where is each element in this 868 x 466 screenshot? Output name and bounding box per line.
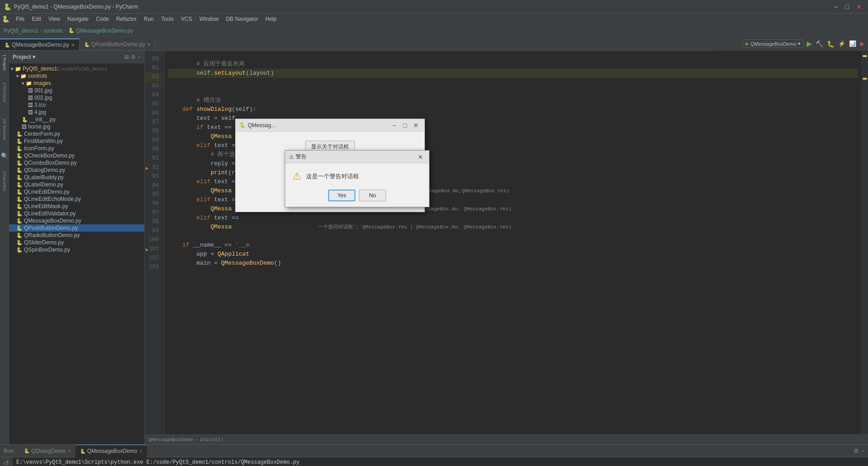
run-tab-qdialog[interactable]: 🐍 QDialogDemo ✕ bbox=[19, 445, 75, 457]
tree-002jpg[interactable]: 🖼 002.jpg bbox=[9, 94, 144, 101]
run-tab-qdialog-icon: 🐍 bbox=[24, 448, 29, 453]
tree-qlineeditvali-label: QLineEditValidator.py bbox=[24, 210, 76, 217]
file-tree: ▾ 📁 PyQt5_demo1 E:\code\PyQt5_demo1 ▾ 📁 … bbox=[9, 63, 144, 444]
tree-qcheckbox[interactable]: 🐍 QCheckBoxDemo.py bbox=[9, 152, 144, 159]
tab-close-qpushbutton[interactable]: ✕ bbox=[147, 42, 151, 47]
menu-refactor[interactable]: Refactor bbox=[113, 15, 140, 23]
tree-4jpg[interactable]: 🖼 4.jpg bbox=[9, 109, 144, 116]
tree-3ico-label: 3.ico bbox=[34, 102, 46, 108]
run-config-dropdown[interactable]: ▶ QMessageBoxDemo ▾ bbox=[742, 39, 804, 48]
tree-horsejpg[interactable]: 🖼 horse.jpg bbox=[9, 123, 144, 130]
sidebar-icon-structure[interactable]: 2:Structure bbox=[1, 81, 8, 104]
tree-iconform[interactable]: 🐍 IconForm.py bbox=[9, 145, 144, 152]
code-line-81: # 应用于垂直布局 bbox=[168, 60, 858, 69]
menu-navigate[interactable]: Navigate bbox=[64, 15, 92, 23]
file-icon-qdialog: 🐍 bbox=[16, 167, 23, 173]
menu-view[interactable]: View bbox=[45, 15, 64, 23]
sidebar-icon-project[interactable]: 1:Project bbox=[1, 52, 8, 72]
run-panel-settings-btn[interactable]: ⚙ bbox=[854, 447, 859, 454]
run-config-label: QMessageBoxDemo bbox=[750, 41, 797, 47]
tree-init[interactable]: 🐍 __init__.py bbox=[9, 116, 144, 123]
tree-qcombobox-label: QComboBoxDemo.py bbox=[24, 160, 77, 166]
tree-qdialog[interactable]: 🐍 QDialogDemo.py bbox=[9, 166, 144, 174]
close-button[interactable]: ✕ bbox=[854, 3, 864, 10]
menu-edit[interactable]: Edit bbox=[28, 15, 45, 23]
tab-close-qmessage[interactable]: ✕ bbox=[71, 43, 75, 48]
build-button[interactable]: 🔨 bbox=[815, 40, 824, 48]
run-tab-qmessage[interactable]: 🐍 QMessageBoxDemo ✕ bbox=[75, 445, 147, 457]
menu-tools[interactable]: Tools bbox=[157, 15, 177, 23]
right-minimap[interactable] bbox=[862, 51, 868, 434]
menu-help[interactable]: Help bbox=[262, 15, 280, 23]
minimap-marker-yellow2 bbox=[863, 78, 867, 80]
sidebar-icon-dbbrowser[interactable]: DB Browser bbox=[1, 117, 8, 142]
run-tab-qmessage-close[interactable]: ✕ bbox=[139, 449, 142, 454]
tree-qmessagebox-label: QMessageBoxDemo.py bbox=[24, 218, 81, 224]
tree-qradio[interactable]: 🐍 QRadioButtonDemo.py bbox=[9, 232, 144, 239]
tree-centerform[interactable]: 🐍 CenterForm.py bbox=[9, 130, 144, 138]
code-editor[interactable]: 80 81 82 83 84 85 86 87 88 89 90 91 ▶92 … bbox=[145, 51, 868, 444]
menu-file[interactable]: File bbox=[12, 15, 28, 23]
menu-window[interactable]: Window bbox=[196, 15, 222, 23]
debug-button[interactable]: 🐛 bbox=[826, 40, 835, 48]
menu-vcs[interactable]: VCS bbox=[177, 15, 196, 23]
file-icon-qmessagebox: 🐍 bbox=[16, 218, 23, 224]
menu-db-navigator[interactable]: DB Navigator bbox=[222, 15, 262, 23]
profile-button[interactable]: 📊 bbox=[848, 40, 857, 47]
title-bar: 🐍 PyQt5_demo1 - QMessageBoxDemo.py - PyC… bbox=[0, 0, 868, 14]
sidebar-icon-bookmarks[interactable]: 2:Favorites bbox=[1, 169, 8, 193]
tree-qpushbutton[interactable]: 🐍 QPushButtonDemo.py bbox=[9, 224, 144, 232]
images-folder-icon: ▾ 📁 bbox=[22, 81, 32, 86]
project-settings-btn[interactable]: ⚙ bbox=[131, 54, 136, 60]
run-with-coverage[interactable]: ⚡ bbox=[837, 40, 846, 47]
run-tab-qdialog-close[interactable]: ✕ bbox=[67, 448, 71, 453]
tree-qlineeditecho[interactable]: 🐍 QLineEditEchoMode.py bbox=[9, 195, 144, 203]
tree-qlineeditmask[interactable]: 🐍 QLineEditMask.py bbox=[9, 203, 144, 210]
maximize-button[interactable]: □ bbox=[843, 3, 852, 10]
tree-firstmainwin[interactable]: 🐍 FirstMainWin.py bbox=[9, 138, 144, 145]
path-file[interactable]: 🐍 QMessageBoxDemo.py bbox=[68, 28, 133, 34]
code-line-80 bbox=[168, 51, 858, 60]
tree-qlabeldemo[interactable]: 🐍 QLabelDemo.py bbox=[9, 181, 144, 188]
stop-button[interactable]: ■ bbox=[859, 40, 864, 48]
file-icon-qlabelbuddy: 🐍 bbox=[16, 175, 23, 181]
tree-3ico[interactable]: 🖼 3.ico bbox=[9, 101, 144, 109]
rerun-btn[interactable]: ↺ bbox=[1, 459, 11, 466]
tree-qlabelbuddy[interactable]: 🐍 QLabelBuddy.py bbox=[9, 174, 144, 181]
tree-001jpg[interactable]: 🖼 001.jpg bbox=[9, 87, 144, 94]
py-icon: 🐍 bbox=[68, 28, 75, 33]
tab-qpushbuttondemo[interactable]: 🐍 QPushButtonDemo.py ✕ bbox=[80, 38, 156, 50]
tree-root-label: PyQt5_demo1 bbox=[23, 66, 57, 72]
file-icon-qradio: 🐍 bbox=[16, 233, 23, 238]
run-tab-qmessage-icon: 🐍 bbox=[80, 449, 85, 454]
code-content[interactable]: # 应用于垂直布局 self.setLayout(layout) # 槽方法 d… bbox=[165, 51, 862, 434]
minimize-button[interactable]: − bbox=[831, 3, 840, 10]
path-root[interactable]: PyQt5_demo1 bbox=[4, 28, 38, 34]
tree-qlineedit[interactable]: 🐍 QLineEditDemo.py bbox=[9, 188, 144, 195]
menu-code[interactable]: Code bbox=[92, 15, 113, 23]
tree-images[interactable]: ▾ 📁 images bbox=[9, 80, 144, 87]
code-line-84 bbox=[168, 87, 858, 96]
tree-qslider[interactable]: 🐍 QSliderDemo.py bbox=[9, 239, 144, 246]
file-icon-horse: 🖼 bbox=[22, 124, 27, 129]
run-content[interactable]: E:\venvs\PyQt5_demo1\Scripts\python.exe … bbox=[13, 457, 868, 466]
tree-qlineeditvali[interactable]: 🐍 QLineEditValidator.py bbox=[9, 210, 144, 217]
tree-root-path: E:\code\PyQt5_demo1 bbox=[57, 66, 108, 71]
run-exec-line: E:\venvs\PyQt5_demo1\Scripts\python.exe … bbox=[16, 459, 864, 466]
tree-qpushbutton-label: QPushButtonDemo.py bbox=[24, 225, 78, 231]
menu-run[interactable]: Run bbox=[140, 15, 157, 23]
run-panel-collapse-btn[interactable]: − bbox=[861, 447, 864, 454]
run-tabs-left: Run: 🐍 QDialogDemo ✕ 🐍 QMessageBoxDemo ✕ bbox=[2, 445, 147, 457]
tree-qcombobox[interactable]: 🐍 QComboBoxDemo.py bbox=[9, 159, 144, 166]
tree-controls[interactable]: ▾ 📁 controls bbox=[9, 72, 144, 80]
controls-folder-icon: ▾ 📁 bbox=[16, 73, 27, 79]
project-close-btn[interactable]: − bbox=[137, 54, 141, 60]
tree-qspinbox[interactable]: 🐍 QSpinBoxDemo.py bbox=[9, 246, 144, 253]
tree-qmessagebox[interactable]: 🐍 QMessageBoxDemo.py bbox=[9, 217, 144, 224]
run-button[interactable]: ▶ bbox=[806, 39, 813, 48]
tree-root[interactable]: ▾ 📁 PyQt5_demo1 E:\code\PyQt5_demo1 bbox=[9, 65, 144, 72]
path-controls[interactable]: controls bbox=[44, 28, 63, 34]
tab-qmessageboxdemo[interactable]: 🐍 QMessageBoxDemo.py ✕ bbox=[0, 38, 80, 50]
sidebar-icon-search[interactable]: 🔍 bbox=[0, 150, 9, 161]
project-collapse-btn[interactable]: ⊞ bbox=[124, 54, 129, 60]
